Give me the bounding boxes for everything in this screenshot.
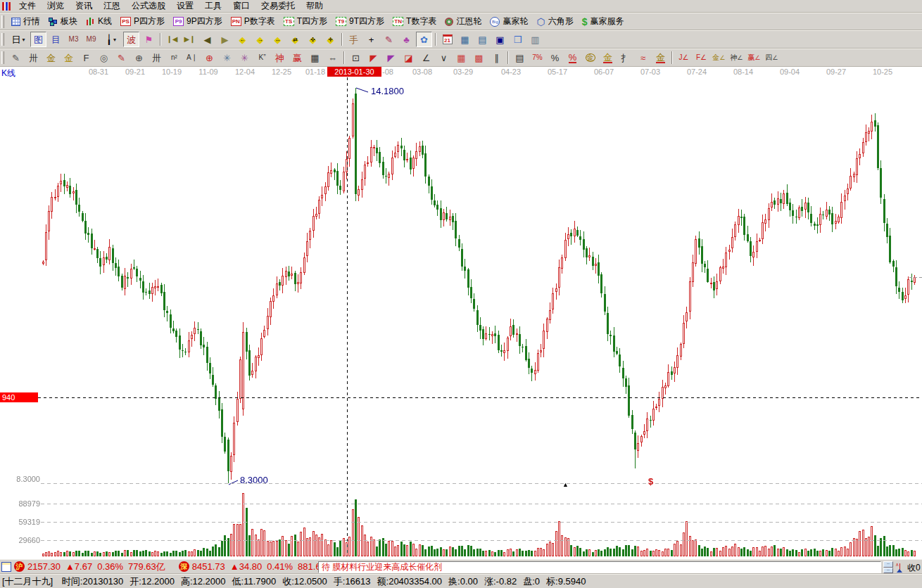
tool-notepad[interactable]: ▤ (474, 32, 491, 47)
app-icon[interactable] (2, 2, 11, 11)
tool-price-grid-1[interactable]: ▦ (453, 50, 469, 65)
toolbar-button-9t-square[interactable]: T99T四方形 (331, 14, 389, 30)
crosshair-horizontal-line[interactable] (38, 397, 922, 398)
tool-ma-3[interactable]: M3 (65, 32, 82, 47)
menu-item-browse[interactable]: 浏览 (42, 0, 70, 13)
toolbar-button-9p-square[interactable]: P99P四方形 (169, 14, 227, 30)
tool-parallel-lines[interactable]: ∥ (488, 50, 505, 65)
tool-red-target[interactable]: ⊕ (201, 50, 217, 65)
tool-fibo-f[interactable]: F (78, 50, 94, 65)
toolbar-button-kline[interactable]: K线 (82, 14, 116, 30)
tool-draw-pencil[interactable]: ✎ (8, 50, 24, 65)
tool-cycle-gauge[interactable]: ⊕ (131, 50, 147, 65)
tool-time-grid[interactable]: 卅 (25, 50, 42, 65)
tool-wave-tool[interactable]: 波 (123, 32, 139, 47)
tool-print[interactable]: ▥ (527, 32, 543, 47)
toolbar-drag-handle[interactable] (1, 15, 4, 28)
tool-gold-circle[interactable]: 金 (582, 50, 598, 65)
crosshair-vertical-line[interactable] (347, 77, 348, 556)
tool-gold-band[interactable]: 金 (652, 50, 669, 65)
toolbar-button-gann-wheel[interactable]: 江恩轮 (441, 14, 486, 30)
tool-gold-ratio-v[interactable]: 金 (61, 50, 77, 65)
tool-ying-grid[interactable]: 赢 (289, 50, 305, 65)
tool-diamond-h-expand[interactable]: ◆↔ (270, 32, 286, 47)
tool-f-angle[interactable]: F∠ (693, 50, 709, 65)
tool-calendar[interactable]: 21 (439, 32, 455, 47)
tool-shen-grid[interactable]: 神 (272, 50, 288, 65)
tool-prev-bar[interactable]: ◀ (199, 32, 215, 47)
tool-brush-tool[interactable]: 扌 (617, 50, 633, 65)
tool-angle-lines[interactable]: ∠ (418, 50, 434, 65)
tool-diamond-cross[interactable]: ◆✛ (322, 32, 339, 47)
tool-diamond-swap[interactable]: ◆⇄ (287, 32, 303, 47)
tool-box-tool[interactable]: ⊡ (348, 50, 364, 65)
tool-gold-ratio-h[interactable]: 金 (43, 50, 59, 65)
tool-seven-percent[interactable]: 7% (529, 50, 545, 65)
toolbar-button-hexagon[interactable]: ⬡六角形 (532, 14, 577, 30)
menu-item-tools[interactable]: 工具 (199, 0, 227, 13)
menu-item-formula-picker[interactable]: 公式选股 (126, 0, 171, 13)
market-list-icon[interactable] (1, 562, 11, 572)
tool-brain-analysis[interactable]: ✿ (416, 32, 432, 47)
toolbar-drag-handle[interactable] (1, 51, 4, 64)
tool-k-mark[interactable]: K” (254, 50, 270, 65)
tool-ma-9[interactable]: M9 (83, 32, 99, 47)
tool-si-angle[interactable]: 四∠ (764, 50, 780, 65)
tool-gold-angle[interactable]: 金∠ (711, 50, 727, 65)
tool-multi-window[interactable]: ❒ (510, 32, 526, 47)
tool-gann-fan-red[interactable]: ◤ (365, 50, 381, 65)
tool-structure-tree[interactable]: ♣ (398, 32, 415, 47)
toolbar-button-p-square[interactable]: PSP四方形 (116, 14, 169, 30)
kline-chart-canvas[interactable] (0, 77, 922, 559)
date-highlight[interactable]: 2013-01-30 (327, 67, 381, 77)
toolbar-button-winner-service[interactable]: $赢家服务 (578, 14, 629, 30)
tool-gold-lines[interactable]: 金 (600, 50, 616, 65)
tool-percent-ticks[interactable]: ▤ (512, 50, 528, 65)
tool-calculator[interactable]: ▦ (457, 32, 473, 47)
toolbar-button-t-number-table[interactable]: TNT数字表 (389, 14, 441, 30)
menu-item-news[interactable]: 资讯 (70, 0, 98, 13)
tool-period-day[interactable]: 日▾ (8, 32, 29, 47)
tool-fan-box[interactable]: ◪ (400, 50, 417, 65)
tool-price-grid-2[interactable]: ▩ (471, 50, 487, 65)
tool-v-check[interactable]: ∨ (436, 50, 452, 65)
tool-hash-grid[interactable]: 卅 (149, 50, 165, 65)
tool-j-angle[interactable]: J∠ (676, 50, 692, 65)
toolbar-button-p-number-table[interactable]: PNP数字表 (227, 14, 279, 30)
tool-red-pencil[interactable]: ✎ (113, 50, 130, 65)
tool-n-square[interactable]: n² (166, 50, 182, 65)
menu-item-settings[interactable]: 设置 (171, 0, 199, 13)
tool-diamond-left[interactable]: ◆← (234, 32, 251, 47)
tool-web-grid-blue[interactable]: ✳ (219, 50, 235, 65)
menu-item-gann[interactable]: 江恩 (98, 0, 126, 13)
tool-diamond-right[interactable]: ◆→ (252, 32, 268, 47)
tool-spiral[interactable]: ◎ (96, 50, 112, 65)
ticker-spinner[interactable]: ---- (883, 561, 893, 573)
toolbar-button-quotes[interactable]: 行情 (7, 14, 44, 30)
tool-crosshair[interactable]: + (363, 32, 379, 47)
tool-a-line[interactable]: A❘ (184, 50, 200, 65)
tool-candle-style[interactable]: ╽▾ (101, 32, 122, 47)
tool-gann-fan-purple[interactable]: ◤ (383, 50, 399, 65)
menu-item-window[interactable]: 窗口 (227, 0, 255, 13)
tool-chart-type-window[interactable]: 图 (30, 32, 46, 47)
tool-pan-hand[interactable]: 手 (346, 32, 362, 47)
toolbar-button-t-square[interactable]: TST四方形 (279, 14, 331, 30)
tool-next-bar[interactable]: ▶ (217, 32, 233, 47)
tool-last-bar[interactable]: ▶❙ (182, 32, 198, 47)
tool-first-bar[interactable]: ❙◀ (164, 32, 180, 47)
tool-h-span[interactable]: ⇔ (324, 50, 341, 65)
tool-diamond-star[interactable]: ◆✣ (305, 32, 321, 47)
tool-percent[interactable]: % (547, 50, 563, 65)
tool-flag-marker[interactable]: ⚑ (141, 32, 157, 47)
tool-save[interactable]: ▣ (492, 32, 508, 47)
tool-grid-123[interactable]: ▦ (307, 50, 323, 65)
shenzhen-badge[interactable]: 深 (179, 561, 189, 572)
toolbar-button-blocks[interactable]: 板块 (44, 14, 82, 30)
tool-shen-angle[interactable]: 神∠ (728, 50, 745, 65)
menu-item-trade-entrust[interactable]: 交易委托 (255, 0, 301, 13)
tool-wave-band[interactable]: ≈ (635, 50, 651, 65)
menu-item-file[interactable]: 文件 (13, 0, 42, 13)
tool-percent-line[interactable]: % (564, 50, 581, 65)
tool-web-grid-purple[interactable]: ✳ (236, 50, 253, 65)
